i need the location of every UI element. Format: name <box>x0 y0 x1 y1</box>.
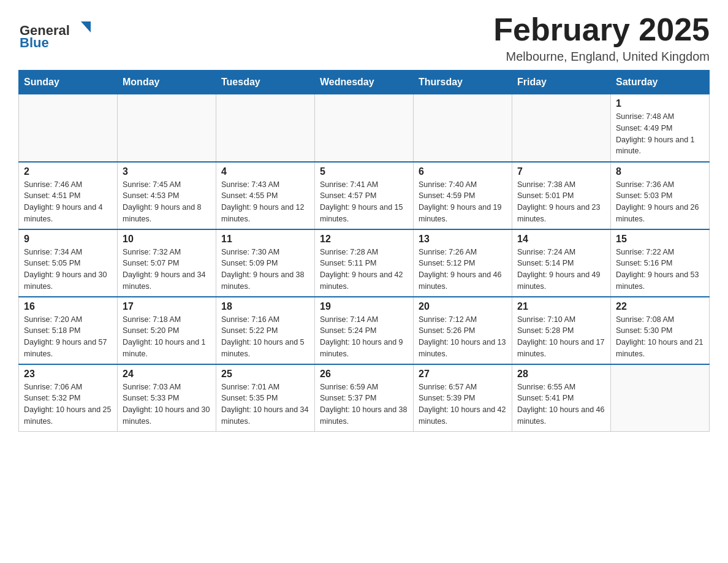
weekday-header-monday: Monday <box>118 71 216 94</box>
weekday-header-wednesday: Wednesday <box>315 71 414 94</box>
day-info: Sunrise: 7:20 AM Sunset: 5:18 PM Dayligh… <box>24 314 112 360</box>
calendar-cell: 25Sunrise: 7:01 AM Sunset: 5:35 PM Dayli… <box>216 364 315 432</box>
weekday-header-friday: Friday <box>512 71 611 94</box>
calendar-cell: 23Sunrise: 7:06 AM Sunset: 5:32 PM Dayli… <box>19 364 118 432</box>
calendar-cell: 13Sunrise: 7:26 AM Sunset: 5:12 PM Dayli… <box>414 229 512 297</box>
day-info: Sunrise: 7:14 AM Sunset: 5:24 PM Dayligh… <box>320 314 408 360</box>
logo-svg: General Blue <box>18 12 98 55</box>
calendar-cell <box>611 364 710 432</box>
day-number: 25 <box>221 369 309 380</box>
day-number: 20 <box>419 301 507 312</box>
calendar-cell: 12Sunrise: 7:28 AM Sunset: 5:11 PM Dayli… <box>315 229 414 297</box>
weekday-header-tuesday: Tuesday <box>216 71 315 94</box>
calendar-cell: 28Sunrise: 6:55 AM Sunset: 5:41 PM Dayli… <box>512 364 611 432</box>
day-number: 10 <box>123 234 211 245</box>
calendar-cell: 16Sunrise: 7:20 AM Sunset: 5:18 PM Dayli… <box>19 297 118 364</box>
day-number: 8 <box>616 166 704 177</box>
day-info: Sunrise: 7:22 AM Sunset: 5:16 PM Dayligh… <box>616 247 704 293</box>
day-info: Sunrise: 7:46 AM Sunset: 4:51 PM Dayligh… <box>24 179 112 225</box>
day-info: Sunrise: 7:43 AM Sunset: 4:55 PM Dayligh… <box>221 179 309 225</box>
day-info: Sunrise: 7:36 AM Sunset: 5:03 PM Dayligh… <box>616 179 704 225</box>
calendar-cell: 19Sunrise: 7:14 AM Sunset: 5:24 PM Dayli… <box>315 297 414 364</box>
weekday-header-sunday: Sunday <box>19 71 118 94</box>
svg-marker-1 <box>81 21 91 33</box>
calendar-cell: 3Sunrise: 7:45 AM Sunset: 4:53 PM Daylig… <box>118 162 216 229</box>
day-info: Sunrise: 7:34 AM Sunset: 5:05 PM Dayligh… <box>24 247 112 293</box>
day-number: 22 <box>616 301 704 312</box>
day-info: Sunrise: 7:26 AM Sunset: 5:12 PM Dayligh… <box>419 247 507 293</box>
calendar-cell: 17Sunrise: 7:18 AM Sunset: 5:20 PM Dayli… <box>118 297 216 364</box>
day-number: 9 <box>24 234 112 245</box>
day-number: 2 <box>24 166 112 177</box>
day-number: 26 <box>320 369 408 380</box>
month-title: February 2025 <box>493 12 710 47</box>
calendar-cell: 14Sunrise: 7:24 AM Sunset: 5:14 PM Dayli… <box>512 229 611 297</box>
day-info: Sunrise: 7:30 AM Sunset: 5:09 PM Dayligh… <box>221 247 309 293</box>
day-number: 18 <box>221 301 309 312</box>
day-info: Sunrise: 6:55 AM Sunset: 5:41 PM Dayligh… <box>517 381 605 427</box>
calendar-cell: 18Sunrise: 7:16 AM Sunset: 5:22 PM Dayli… <box>216 297 315 364</box>
day-info: Sunrise: 7:48 AM Sunset: 4:49 PM Dayligh… <box>616 111 704 157</box>
calendar-cell <box>414 94 512 162</box>
day-info: Sunrise: 7:10 AM Sunset: 5:28 PM Dayligh… <box>517 314 605 360</box>
calendar-cell <box>118 94 216 162</box>
day-number: 4 <box>221 166 309 177</box>
day-number: 14 <box>517 234 605 245</box>
day-info: Sunrise: 7:03 AM Sunset: 5:33 PM Dayligh… <box>123 381 211 427</box>
calendar-week-1: 1Sunrise: 7:48 AM Sunset: 4:49 PM Daylig… <box>19 94 710 162</box>
day-info: Sunrise: 7:40 AM Sunset: 4:59 PM Dayligh… <box>419 179 507 225</box>
day-number: 13 <box>419 234 507 245</box>
calendar-cell: 2Sunrise: 7:46 AM Sunset: 4:51 PM Daylig… <box>19 162 118 229</box>
day-number: 19 <box>320 301 408 312</box>
day-number: 28 <box>517 369 605 380</box>
day-number: 15 <box>616 234 704 245</box>
day-number: 7 <box>517 166 605 177</box>
day-number: 11 <box>221 234 309 245</box>
weekday-header-saturday: Saturday <box>611 71 710 94</box>
calendar-cell: 10Sunrise: 7:32 AM Sunset: 5:07 PM Dayli… <box>118 229 216 297</box>
day-info: Sunrise: 7:12 AM Sunset: 5:26 PM Dayligh… <box>419 314 507 360</box>
calendar-cell: 11Sunrise: 7:30 AM Sunset: 5:09 PM Dayli… <box>216 229 315 297</box>
day-info: Sunrise: 7:32 AM Sunset: 5:07 PM Dayligh… <box>123 247 211 293</box>
weekday-header-thursday: Thursday <box>414 71 512 94</box>
day-info: Sunrise: 7:41 AM Sunset: 4:57 PM Dayligh… <box>320 179 408 225</box>
calendar-cell: 6Sunrise: 7:40 AM Sunset: 4:59 PM Daylig… <box>414 162 512 229</box>
calendar-cell: 1Sunrise: 7:48 AM Sunset: 4:49 PM Daylig… <box>611 94 710 162</box>
calendar-cell: 20Sunrise: 7:12 AM Sunset: 5:26 PM Dayli… <box>414 297 512 364</box>
day-info: Sunrise: 7:28 AM Sunset: 5:11 PM Dayligh… <box>320 247 408 293</box>
calendar-table: SundayMondayTuesdayWednesdayThursdayFrid… <box>18 70 710 432</box>
calendar-cell: 22Sunrise: 7:08 AM Sunset: 5:30 PM Dayli… <box>611 297 710 364</box>
day-info: Sunrise: 7:16 AM Sunset: 5:22 PM Dayligh… <box>221 314 309 360</box>
day-number: 3 <box>123 166 211 177</box>
calendar-week-3: 9Sunrise: 7:34 AM Sunset: 5:05 PM Daylig… <box>19 229 710 297</box>
day-info: Sunrise: 7:01 AM Sunset: 5:35 PM Dayligh… <box>221 381 309 427</box>
day-number: 16 <box>24 301 112 312</box>
logo: General Blue <box>18 12 98 55</box>
day-info: Sunrise: 7:06 AM Sunset: 5:32 PM Dayligh… <box>24 381 112 427</box>
calendar-cell <box>216 94 315 162</box>
day-info: Sunrise: 6:59 AM Sunset: 5:37 PM Dayligh… <box>320 381 408 427</box>
calendar-cell <box>19 94 118 162</box>
svg-text:Blue: Blue <box>20 35 49 50</box>
day-number: 5 <box>320 166 408 177</box>
day-info: Sunrise: 7:45 AM Sunset: 4:53 PM Dayligh… <box>123 179 211 225</box>
day-number: 27 <box>419 369 507 380</box>
page-header: General Blue February 2025 Melbourne, En… <box>18 12 710 64</box>
calendar-cell <box>315 94 414 162</box>
calendar-cell: 5Sunrise: 7:41 AM Sunset: 4:57 PM Daylig… <box>315 162 414 229</box>
day-info: Sunrise: 7:18 AM Sunset: 5:20 PM Dayligh… <box>123 314 211 360</box>
calendar-week-4: 16Sunrise: 7:20 AM Sunset: 5:18 PM Dayli… <box>19 297 710 364</box>
day-info: Sunrise: 7:38 AM Sunset: 5:01 PM Dayligh… <box>517 179 605 225</box>
calendar-header-row: SundayMondayTuesdayWednesdayThursdayFrid… <box>19 71 710 94</box>
day-info: Sunrise: 7:24 AM Sunset: 5:14 PM Dayligh… <box>517 247 605 293</box>
calendar-cell: 27Sunrise: 6:57 AM Sunset: 5:39 PM Dayli… <box>414 364 512 432</box>
calendar-cell: 21Sunrise: 7:10 AM Sunset: 5:28 PM Dayli… <box>512 297 611 364</box>
day-info: Sunrise: 6:57 AM Sunset: 5:39 PM Dayligh… <box>419 381 507 427</box>
day-number: 17 <box>123 301 211 312</box>
day-number: 1 <box>616 98 704 109</box>
calendar-cell: 7Sunrise: 7:38 AM Sunset: 5:01 PM Daylig… <box>512 162 611 229</box>
calendar-cell: 8Sunrise: 7:36 AM Sunset: 5:03 PM Daylig… <box>611 162 710 229</box>
title-block: February 2025 Melbourne, England, United… <box>493 12 710 64</box>
day-number: 24 <box>123 369 211 380</box>
calendar-week-5: 23Sunrise: 7:06 AM Sunset: 5:32 PM Dayli… <box>19 364 710 432</box>
